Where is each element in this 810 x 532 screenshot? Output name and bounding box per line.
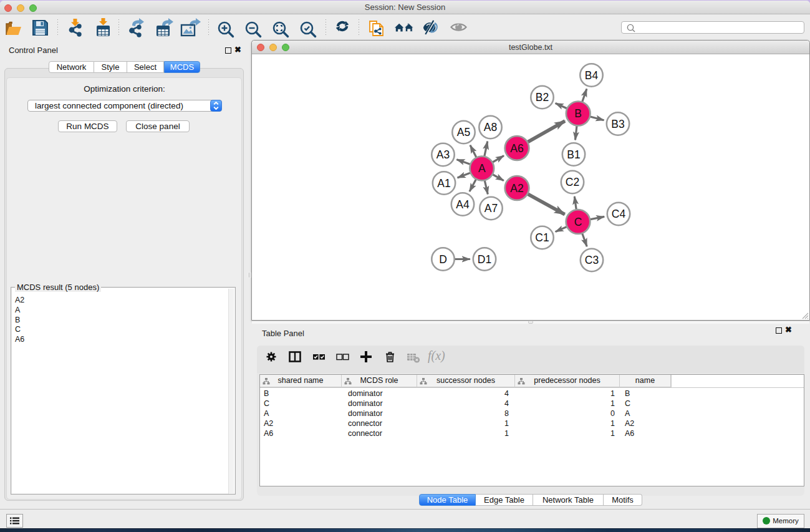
svg-text:A: A — [478, 162, 486, 175]
svg-text:D: D — [439, 253, 447, 266]
svg-text:D1: D1 — [478, 253, 491, 266]
svg-text:B: B — [574, 107, 582, 120]
svg-text:C3: C3 — [585, 254, 599, 266]
svg-text:B2: B2 — [536, 91, 549, 104]
svg-text:A5: A5 — [457, 126, 470, 138]
svg-text:B3: B3 — [611, 118, 624, 130]
svg-text:A6: A6 — [510, 142, 523, 155]
svg-text:C2: C2 — [566, 176, 579, 188]
svg-text:C: C — [574, 216, 582, 228]
svg-text:f(x): f(x) — [428, 350, 445, 363]
svg-text:B1: B1 — [567, 148, 580, 161]
svg-text:A4: A4 — [456, 198, 470, 211]
svg-text:A8: A8 — [484, 121, 497, 133]
svg-text:A7: A7 — [485, 202, 498, 215]
svg-text:A1: A1 — [437, 177, 450, 190]
svg-text:A3: A3 — [436, 148, 450, 161]
svg-text:C1: C1 — [535, 231, 549, 244]
svg-text:A2: A2 — [510, 182, 523, 195]
svg-text:B4: B4 — [585, 69, 599, 82]
svg-text:C4: C4 — [612, 208, 626, 220]
